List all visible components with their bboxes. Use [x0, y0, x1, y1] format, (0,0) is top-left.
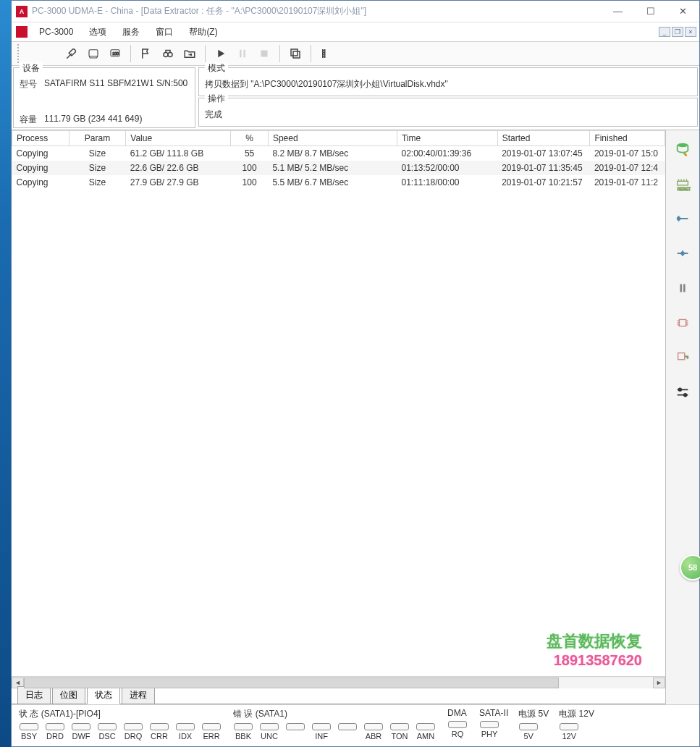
- col-process[interactable]: Process: [12, 131, 69, 146]
- menu-options[interactable]: 选项: [82, 24, 114, 41]
- menu-pc3000[interactable]: PC-3000: [32, 25, 80, 39]
- svg-rect-5: [240, 50, 241, 58]
- table-row[interactable]: CopyingSize61.2 GB/ 111.8 GB558.2 MB/ 8.…: [12, 146, 665, 161]
- tape2-icon[interactable]: 100: [104, 43, 126, 64]
- mdi-close-button[interactable]: ×: [685, 27, 696, 37]
- led-INF: INF: [310, 723, 333, 740]
- led-indicator: [416, 723, 435, 730]
- play-icon[interactable]: [210, 43, 232, 64]
- svg-rect-11: [678, 181, 688, 185]
- col-speed[interactable]: Speed: [268, 131, 397, 146]
- model-label: 型号: [20, 78, 44, 90]
- table-row[interactable]: CopyingSize27.9 GB/ 27.9 GB1005.5 MB/ 6.…: [12, 175, 665, 190]
- col-started[interactable]: Started: [497, 131, 590, 146]
- tab-state[interactable]: 状态: [87, 686, 120, 704]
- scroll-right-button[interactable]: ►: [653, 678, 665, 688]
- led-label: INF: [315, 732, 328, 740]
- info-panels: 设备 型号SATAFIRM S11 SBFM21W1 S/N:500 容量111…: [12, 66, 699, 130]
- horizontal-scrollbar[interactable]: ◄ ►: [12, 676, 665, 688]
- binoculars-icon[interactable]: [157, 43, 179, 64]
- led-12V: 12V: [557, 723, 581, 740]
- mdi-minimize-button[interactable]: _: [659, 27, 670, 37]
- side-toolbar: RESET: [666, 130, 699, 704]
- reset-icon[interactable]: RESET: [672, 174, 693, 194]
- led-indicator: [480, 721, 499, 728]
- toolbar: 100: [12, 41, 699, 66]
- toolbar-separator: [311, 45, 311, 62]
- folder-arrow-icon[interactable]: [179, 43, 201, 64]
- stop-icon[interactable]: [253, 43, 275, 64]
- copy-icon[interactable]: [284, 43, 306, 64]
- led-indicator: [20, 723, 38, 730]
- col-value[interactable]: Value: [126, 131, 231, 146]
- led-CRR: CRR: [148, 723, 171, 740]
- app-window: A PC-3000 UDMA-E - China - [Data Extract…: [11, 0, 700, 747]
- scroll-track[interactable]: [24, 678, 653, 688]
- slider-center-icon[interactable]: [672, 243, 693, 263]
- maximize-button[interactable]: ☐: [634, 1, 667, 22]
- tape1-icon[interactable]: [83, 43, 104, 64]
- settings-sliders-icon[interactable]: [672, 382, 693, 402]
- pause-icon[interactable]: [232, 43, 253, 64]
- status-group-title: 电源 5V: [517, 708, 549, 720]
- cell-param: Size: [69, 175, 126, 190]
- cell-process: Copying: [12, 161, 69, 175]
- mdi-controls: _ ❐ ×: [659, 27, 696, 37]
- col-percent[interactable]: %: [231, 131, 269, 146]
- svg-point-4: [168, 53, 172, 57]
- led-blank: [284, 723, 307, 740]
- status-group-5v: 电源 5V 5V: [517, 708, 549, 743]
- col-finished[interactable]: Finished: [590, 131, 665, 146]
- svg-rect-6: [244, 50, 245, 58]
- svg-point-19: [679, 389, 682, 392]
- col-param[interactable]: Param: [69, 131, 126, 146]
- cell-started: 2019-01-07 13:07:45: [497, 146, 590, 161]
- mode-legend: 模式: [205, 62, 228, 75]
- menu-service[interactable]: 服务: [115, 24, 147, 41]
- led-DWF: DWF: [69, 723, 93, 740]
- close-button[interactable]: ✕: [667, 1, 699, 22]
- status-group-sata2: SATA-II PHY: [478, 708, 508, 743]
- tab-bitmap[interactable]: 位图: [52, 686, 85, 704]
- tab-process[interactable]: 进程: [122, 686, 155, 704]
- cell-speed: 8.2 MB/ 8.7 MB/sec: [268, 146, 397, 161]
- drive-stack-icon[interactable]: [672, 139, 693, 159]
- scroll-thumb[interactable]: [24, 678, 559, 688]
- led-label: DRQ: [125, 732, 142, 740]
- cell-value: 27.9 GB/ 27.9 GB: [126, 175, 231, 190]
- menu-window[interactable]: 窗口: [148, 24, 180, 41]
- col-time[interactable]: Time: [397, 131, 497, 146]
- ruler-icon[interactable]: [316, 43, 337, 64]
- led-DRQ: DRQ: [122, 723, 145, 740]
- capacity-value: 111.79 GB (234 441 649): [44, 114, 189, 126]
- minimize-button[interactable]: —: [602, 1, 634, 22]
- flag-icon[interactable]: [135, 43, 157, 64]
- tab-log[interactable]: 日志: [17, 686, 51, 704]
- slider-left-icon[interactable]: [672, 208, 693, 229]
- led-label: DWF: [72, 732, 90, 740]
- cell-finished: 2019-01-07 11:2: [590, 175, 665, 190]
- status-group-sata1: 状 态 (SATA1)-[PIO4] BSYDRDDWFDSCDRQCRRIDX…: [17, 708, 223, 743]
- floating-badge[interactable]: 58: [680, 554, 700, 581]
- cell-started: 2019-01-07 10:21:57: [497, 175, 590, 190]
- led-5V: 5V: [517, 723, 540, 740]
- led-DRD: DRD: [43, 723, 67, 740]
- cell-value: 22.6 GB/ 22.6 GB: [126, 161, 231, 175]
- led-label: RQ: [452, 730, 464, 738]
- main-content: Process Param Value % Speed Time Started…: [12, 130, 666, 704]
- export-icon[interactable]: [672, 347, 693, 368]
- led-AMN: AMN: [414, 723, 437, 740]
- menu-help[interactable]: 帮助(Z): [182, 24, 224, 41]
- status-group-title: 错 误 (SATA1): [232, 708, 437, 720]
- toolbar-grip[interactable]: [17, 44, 23, 63]
- cell-speed: 5.1 MB/ 5.2 MB/sec: [268, 161, 397, 175]
- model-value: SATAFIRM S11 SBFM21W1 S/N:500: [44, 78, 189, 90]
- status-group-title: 状 态 (SATA1)-[PIO4]: [17, 708, 223, 720]
- operation-legend: 操作: [205, 93, 228, 105]
- mdi-restore-button[interactable]: ❐: [672, 27, 683, 37]
- tools-icon[interactable]: [61, 43, 83, 64]
- mdi-app-icon[interactable]: [16, 26, 28, 38]
- table-row[interactable]: CopyingSize22.6 GB/ 22.6 GB1005.1 MB/ 5.…: [12, 161, 665, 175]
- chip-icon[interactable]: [672, 313, 693, 333]
- pause-side-icon[interactable]: [672, 278, 693, 298]
